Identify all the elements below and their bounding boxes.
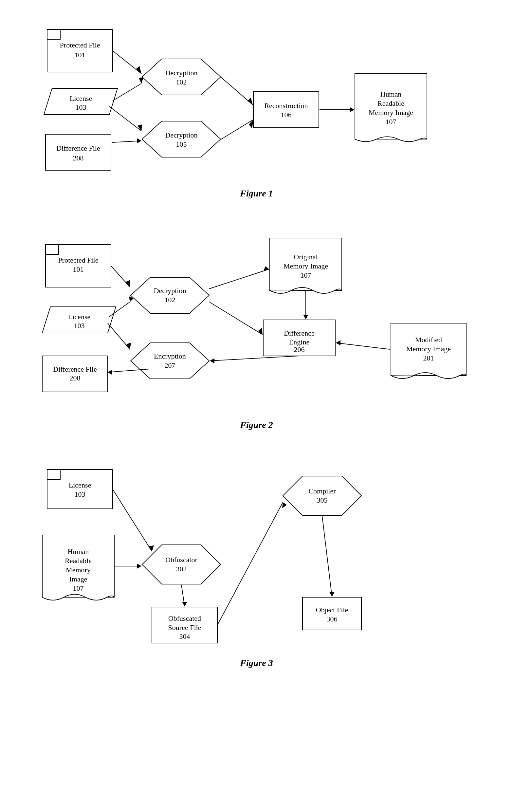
page: Protected File 101 License 103 Differenc…: [0, 0, 513, 812]
svg-text:Readable: Readable: [65, 557, 92, 565]
svg-text:107: 107: [73, 584, 84, 592]
license-103b: License 103: [42, 307, 116, 333]
modified-memory-201: Modified Memory Image 201: [391, 323, 466, 378]
svg-line-37: [221, 119, 253, 139]
svg-text:304: 304: [179, 632, 190, 640]
svg-text:Modified: Modified: [415, 336, 442, 344]
svg-line-31: [109, 107, 142, 131]
difference-file-208: Difference File 208: [46, 134, 111, 170]
svg-text:107: 107: [300, 271, 311, 279]
svg-line-74: [108, 323, 130, 349]
figure-1-label: Figure 1: [20, 188, 493, 199]
svg-rect-9: [46, 134, 111, 170]
svg-rect-18: [253, 92, 319, 128]
svg-text:Readable: Readable: [378, 99, 404, 107]
svg-marker-106: [283, 476, 361, 515]
svg-text:Memory Image: Memory Image: [368, 108, 413, 117]
svg-marker-36: [247, 97, 253, 105]
human-readable-memory-107: Human Readable Memory Image 107: [355, 74, 427, 142]
svg-text:102: 102: [164, 296, 175, 304]
svg-text:101: 101: [74, 51, 85, 59]
svg-text:Human: Human: [380, 90, 401, 98]
svg-marker-89: [47, 469, 60, 479]
svg-text:License: License: [68, 313, 90, 321]
svg-text:Engine: Engine: [289, 338, 309, 346]
svg-line-70: [111, 266, 130, 287]
svg-text:103: 103: [75, 103, 86, 111]
svg-line-27: [113, 51, 142, 74]
figure-3-section: License 103 Human Readable Memory Image …: [20, 450, 493, 668]
svg-marker-121: [329, 592, 335, 597]
difference-file-208b: Difference File 208: [42, 356, 108, 392]
svg-text:Decryption: Decryption: [165, 69, 198, 77]
svg-text:Compiler: Compiler: [308, 487, 336, 495]
svg-text:Difference File: Difference File: [53, 365, 97, 373]
svg-line-118: [217, 502, 283, 625]
figure-3-label: Figure 3: [20, 658, 493, 668]
svg-marker-42: [46, 244, 59, 254]
svg-line-76: [209, 269, 269, 289]
svg-text:Object File: Object File: [315, 606, 348, 614]
svg-text:208: 208: [73, 154, 84, 162]
svg-marker-1: [47, 29, 60, 39]
svg-line-29: [113, 84, 142, 101]
decryption-105: Decryption 105: [142, 121, 221, 157]
svg-text:Memory Image: Memory Image: [406, 345, 450, 353]
svg-text:105: 105: [176, 140, 187, 148]
decryption-102: Decryption 102: [142, 59, 221, 95]
svg-text:302: 302: [176, 565, 187, 573]
svg-text:Protected File: Protected File: [58, 256, 98, 264]
svg-marker-83: [336, 340, 340, 345]
svg-marker-52: [131, 277, 209, 313]
svg-text:Obfuscated: Obfuscated: [168, 614, 201, 622]
svg-text:208: 208: [69, 374, 80, 382]
figure-2-diagram: Protected File 101 License 103 Differenc…: [21, 219, 492, 415]
svg-marker-119: [282, 502, 287, 508]
svg-marker-117: [182, 602, 187, 606]
svg-text:305: 305: [316, 496, 327, 504]
svg-text:Source File: Source File: [168, 624, 201, 632]
svg-text:306: 306: [326, 615, 337, 623]
svg-text:Encryption: Encryption: [154, 352, 186, 360]
figure-1-section: Protected File 101 License 103 Differenc…: [20, 13, 493, 199]
svg-marker-87: [210, 358, 214, 364]
difference-engine-206: Difference Engine 206: [263, 320, 335, 356]
svg-marker-12: [142, 59, 221, 95]
reconstruction-106: Reconstruction 106: [253, 92, 319, 128]
object-file-306: Object File 306: [302, 597, 361, 630]
figure-3-diagram: License 103 Human Readable Memory Image …: [21, 450, 492, 653]
encryption-207: Encryption 207: [131, 343, 209, 379]
svg-line-82: [336, 343, 390, 349]
svg-text:Memory: Memory: [66, 566, 91, 574]
svg-line-112: [113, 489, 152, 551]
svg-text:107: 107: [385, 118, 396, 126]
svg-text:Image: Image: [69, 575, 87, 583]
compiler-305: Compiler 305: [283, 476, 361, 515]
license-103: License 103: [44, 88, 118, 115]
human-readable-107b: Human Readable Memory Image 107: [42, 535, 114, 600]
svg-text:Difference File: Difference File: [56, 144, 100, 152]
svg-text:Human: Human: [67, 547, 89, 556]
svg-marker-85: [108, 370, 112, 375]
figure-2-section: Protected File 101 License 103 Differenc…: [20, 219, 493, 430]
obfuscated-source-304: Obfuscated Source File 304: [152, 607, 217, 643]
svg-text:Decryption: Decryption: [154, 287, 186, 295]
svg-text:101: 101: [73, 265, 84, 273]
svg-marker-99: [142, 545, 221, 584]
svg-text:102: 102: [176, 78, 187, 86]
svg-text:Original: Original: [294, 253, 318, 261]
svg-line-86: [210, 356, 299, 361]
svg-marker-15: [142, 121, 221, 157]
svg-text:Memory Image: Memory Image: [283, 262, 328, 270]
svg-text:Obfuscator: Obfuscator: [165, 556, 198, 564]
decryption-102b: Decryption 102: [131, 277, 209, 313]
svg-text:Reconstruction: Reconstruction: [264, 102, 308, 110]
svg-line-120: [322, 516, 332, 597]
svg-text:License: License: [68, 481, 91, 489]
figure-1-diagram: Protected File 101 License 103 Differenc…: [21, 13, 492, 183]
svg-marker-34: [137, 138, 142, 143]
license-103c: License 103: [47, 469, 113, 509]
svg-text:103: 103: [74, 321, 85, 330]
figure-2-label: Figure 2: [20, 420, 493, 430]
svg-text:201: 201: [423, 354, 434, 362]
